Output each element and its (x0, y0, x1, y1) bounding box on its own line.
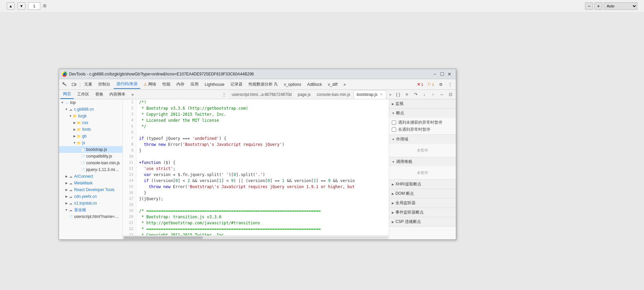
toolbar-console[interactable]: 控制台 (96, 80, 113, 89)
folder-icon-gb: 📁 (76, 134, 81, 138)
tree-arrow-gb: ▶ (72, 134, 76, 138)
tree-cdn-yeefx[interactable]: ▶ ☁ cdn.yeefx.cn (59, 193, 122, 200)
line-number: 15 (123, 184, 136, 190)
tree-s1-topstat[interactable]: ▶ ☁ s1.topstat.cn (59, 200, 122, 207)
tree-arconnect[interactable]: ▶ ☁ ArConnect (59, 173, 122, 180)
device-icon[interactable] (70, 80, 78, 89)
toolbar-network[interactable]: ⚠ 网络 (141, 80, 159, 89)
toolbar-sources[interactable]: 源代码/来源 (114, 80, 140, 89)
section-event-header[interactable]: ▶ 事件监听器断点 (389, 208, 456, 217)
table-row: 14 if ((version[0] < 2 && version[1] < 9… (123, 178, 389, 184)
toolbar-elements[interactable]: 元素 (82, 80, 95, 89)
file-tab-userscript[interactable]: userscript.html...a-8076b724870d (229, 90, 294, 99)
file-tab-more[interactable]: » (387, 92, 393, 98)
scroll-thumb[interactable] (123, 236, 203, 239)
zoom-plus-button[interactable]: + (594, 2, 602, 10)
toolbar-performance[interactable]: 性能 (160, 80, 173, 89)
tree-bootstrap-js[interactable]: 📄 bootstrap.js (59, 146, 122, 153)
callstack-label: 调用堆栈 (396, 159, 412, 165)
table-row: 18 (123, 202, 389, 208)
file-tab-page[interactable]: page.js (295, 90, 314, 99)
file-tab-bootstrap[interactable]: bootstrap.js × (354, 90, 386, 99)
line-number: 20 (123, 214, 136, 220)
section-csp-header[interactable]: ▶ CSP 违规断点 (389, 217, 456, 226)
line-code (136, 129, 389, 135)
tree-label-cdn-yeefx: cdn.yeefx.cn (74, 194, 97, 199)
tree-cgb688[interactable]: ▼ ☁ c.gb688.cn (59, 106, 122, 113)
tree-gb[interactable]: ▶ 📁 gb (59, 133, 122, 139)
tab-content-scripts[interactable]: 内容脚本 (107, 90, 128, 99)
tree-css[interactable]: ▶ 📁 css (59, 119, 122, 126)
page-total: /0 (43, 4, 46, 8)
caught-exceptions-checkbox[interactable] (392, 127, 396, 132)
code-content[interactable]: 1 /*! 2 * Bootstrap v3.3.6 (http://getbo… (123, 99, 389, 235)
folder-icon-bzgk: 📁 (72, 114, 77, 118)
toolbar-perf-insights[interactable]: 性能数据分析 凡 (246, 80, 280, 89)
section-xhr: ▶ XHR/提取断点 (389, 180, 456, 189)
section-dom-header[interactable]: ▶ DOM 断点 (389, 189, 456, 198)
sidebar-more-icon[interactable]: ⋮ (220, 90, 228, 99)
page-input[interactable] (28, 2, 40, 10)
section-callstack-header[interactable]: ▼ 调用堆栈 (389, 157, 456, 166)
settings-icon[interactable]: ⚙ (436, 80, 445, 89)
step-out-icon[interactable]: ↑ (429, 91, 437, 99)
deactivate-icon[interactable]: ⊡ (446, 91, 454, 99)
line-number: 6 (123, 129, 136, 135)
long-resume-icon[interactable]: ↔ (438, 91, 446, 99)
tree-tampermonkey[interactable]: ▼ ☁ 篡改猴 (59, 207, 122, 213)
callstack-empty: 未暂停 (392, 168, 453, 178)
horizontal-scrollbar[interactable] (123, 235, 389, 239)
more-menu-icon[interactable]: ⋮ (446, 80, 454, 89)
tree-arrow-metamask: ▶ (64, 181, 68, 185)
inspect-icon[interactable] (60, 80, 69, 89)
caught-exceptions-label: 在遇到异常时暂停 (398, 127, 430, 132)
format-icon[interactable]: { } (394, 91, 402, 99)
step-over-icon[interactable]: ↷ (412, 91, 420, 99)
section-breakpoints-header[interactable]: ▼ 断点 (389, 109, 456, 118)
dom-arrow-icon: ▶ (392, 192, 394, 195)
nav-down-button[interactable]: ▼ (17, 2, 25, 10)
tab-workspace[interactable]: 工作区 (74, 90, 92, 99)
toolbar-more[interactable]: » (341, 80, 348, 89)
line-code: var version = $.fn.jquery.split(' ')[0].… (136, 172, 389, 178)
tree-metamask[interactable]: ▶ ☁ MetaMask (59, 180, 122, 186)
toolbar-v-options[interactable]: v_opitons (281, 80, 304, 89)
section-watch-header[interactable]: ▶ 监视 (389, 99, 456, 108)
tab-overrides[interactable]: 替换 (93, 90, 106, 99)
uncaught-exceptions-checkbox[interactable] (392, 120, 396, 125)
tree-jquery[interactable]: 📄 jquery-1.11.3.min.js (59, 166, 122, 173)
tree-userscript[interactable]: 📄 userscript.html?name=New-Userscript.u (59, 213, 122, 220)
tab-webpage[interactable]: 网页 (60, 90, 74, 99)
step-into-icon[interactable]: ↓ (420, 91, 428, 99)
nav-up-button[interactable]: ▲ (7, 2, 15, 10)
tab-more-secondary[interactable]: » (129, 90, 137, 99)
section-xhr-header[interactable]: ▶ XHR/提取断点 (389, 180, 456, 189)
toolbar-application[interactable]: 应用 (188, 80, 201, 89)
close-button[interactable]: ✕ (446, 70, 453, 78)
line-code: } (136, 148, 389, 154)
tree-react-devtools[interactable]: ▶ ☁ React Developer Tools (59, 186, 122, 193)
maximize-button[interactable]: ☐ (438, 70, 446, 78)
zoom-select[interactable]: Auto (604, 2, 637, 10)
toolbar-memory[interactable]: 内存 (174, 80, 187, 89)
file-tab-console-ban[interactable]: console-ban.min.js (314, 90, 353, 99)
section-global-header[interactable]: ▶ 全局监听器 (389, 198, 456, 208)
tree-js[interactable]: ▼ 📁 js (59, 139, 122, 146)
tab-close-bootstrap[interactable]: × (379, 92, 383, 97)
tree-console-ban[interactable]: 📄 console-ban.min.js (59, 160, 122, 166)
tree-top[interactable]: ▼ ▭ top (59, 99, 122, 106)
table-row: 12 'use strict'; (123, 166, 389, 172)
toolbar-v-diff[interactable]: v_diff (325, 80, 340, 89)
columns-icon[interactable]: ≡ (403, 91, 411, 99)
line-code: 'use strict'; (136, 166, 389, 172)
toolbar-lighthouse[interactable]: Lighthouse (202, 80, 227, 89)
tree-bzgk[interactable]: ▼ 📁 bzgk (59, 113, 122, 119)
tree-label-userscript: userscript.html?name=New-Userscript.u (74, 214, 121, 219)
toolbar-recorder[interactable]: 记录器 (228, 80, 245, 89)
tree-compatibility-js[interactable]: 📄 compatibility.js (59, 153, 122, 160)
toolbar-adblock[interactable]: AdBlock (305, 80, 325, 89)
tree-fonts[interactable]: ▶ 📁 fonts (59, 126, 122, 133)
zoom-minus-button[interactable]: − (585, 2, 593, 10)
section-scope-header[interactable]: ▼ 作用域 (389, 135, 456, 144)
minimize-button[interactable]: − (431, 70, 438, 78)
